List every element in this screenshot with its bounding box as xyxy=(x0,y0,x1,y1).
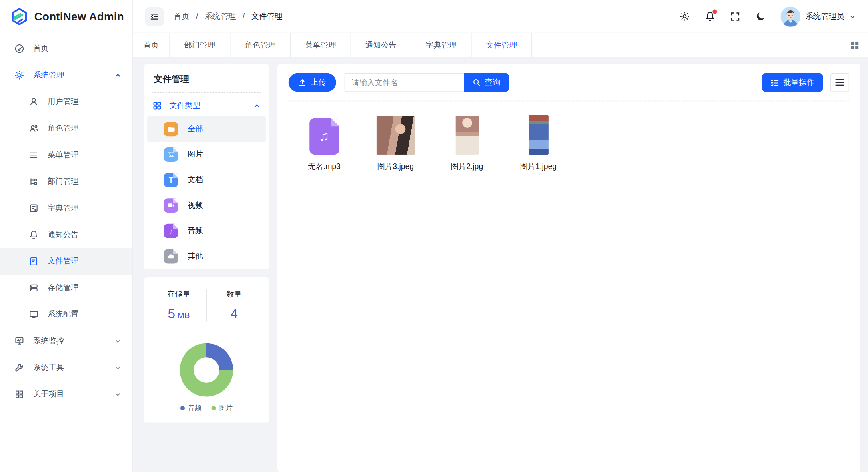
tree-icon xyxy=(29,177,39,187)
cloud-file-icon xyxy=(164,249,178,263)
tab-menus[interactable]: 菜单管理 xyxy=(291,33,351,57)
header-actions: 系统管理员 xyxy=(679,6,856,26)
app-title: ContiNew Admin xyxy=(34,10,124,23)
settings-icon[interactable] xyxy=(679,11,690,22)
divider xyxy=(289,101,849,101)
gear-icon xyxy=(14,70,24,80)
file-grid: ♫ 无名.mp3 图片3.jpeg 图片2.jpg xyxy=(289,114,849,171)
file-item-image[interactable]: 图片3.jpeg xyxy=(360,114,431,171)
apps-grid-icon xyxy=(153,101,162,110)
upload-icon xyxy=(299,78,306,86)
file-type-card: 文件管理 文件类型 全部 xyxy=(144,64,269,269)
search-input[interactable] xyxy=(344,73,464,92)
dark-mode-moon-icon[interactable] xyxy=(755,11,766,22)
image-thumbnail xyxy=(455,116,479,155)
sidebar-item-dict[interactable]: 字典管理 xyxy=(0,195,132,221)
file-item-image[interactable]: 图片1.jpeg xyxy=(503,114,574,171)
image-thumbnail xyxy=(528,115,548,155)
content-area: 文件管理 文件类型 全部 xyxy=(133,58,868,472)
search-icon xyxy=(473,78,480,86)
sidebar-item-label: 系统配置 xyxy=(48,309,78,319)
sidebar-item-storage[interactable]: 存储管理 xyxy=(0,275,132,301)
tab-notices[interactable]: 通知公告 xyxy=(351,33,411,57)
sidebar-item-about[interactable]: 关于项目 xyxy=(0,381,132,408)
file-type-image[interactable]: 图片 xyxy=(147,142,266,167)
wrench-icon xyxy=(14,363,24,373)
mp3-file-icon: ♫ xyxy=(309,118,339,155)
file-type-label: 音频 xyxy=(188,226,203,236)
sidebar-group-system[interactable]: 系统管理 xyxy=(0,62,132,88)
tab-files-active[interactable]: 文件管理 xyxy=(472,33,532,57)
image-thumbnail xyxy=(376,116,415,155)
sidebar-collapse-button[interactable] xyxy=(145,7,164,26)
sidebar-item-label: 存储管理 xyxy=(48,283,78,293)
tab-home[interactable]: 首页 xyxy=(133,33,170,57)
sidebar-item-label: 部门管理 xyxy=(48,177,78,187)
chevron-down-icon xyxy=(114,364,121,371)
breadcrumb-item[interactable]: 系统管理 xyxy=(205,11,236,21)
tab-options-grid-icon[interactable] xyxy=(842,33,868,57)
file-item-audio[interactable]: ♫ 无名.mp3 xyxy=(289,114,360,171)
monitor-chart-icon xyxy=(14,336,24,346)
file-name: 无名.mp3 xyxy=(308,162,341,172)
menu-lines-icon xyxy=(29,150,39,160)
sidebar: ContiNew Admin 首页 系统管理 xyxy=(0,0,133,472)
file-type-video[interactable]: 视频 xyxy=(147,193,266,218)
app-window: ContiNew Admin 首页 系统管理 xyxy=(0,0,868,472)
tab-departments[interactable]: 部门管理 xyxy=(170,33,231,57)
dashboard-icon xyxy=(14,44,24,54)
user-menu[interactable]: 系统管理员 xyxy=(780,6,856,26)
breadcrumb-item-current: 文件管理 xyxy=(251,11,282,21)
sidebar-item-label: 字典管理 xyxy=(48,203,78,213)
file-type-doc[interactable]: T 文档 xyxy=(147,167,266,193)
sidebar-item-label: 菜单管理 xyxy=(48,150,78,160)
file-icon xyxy=(29,256,39,266)
notification-bell-icon[interactable] xyxy=(704,11,716,22)
sidebar-item-users[interactable]: 用户管理 xyxy=(0,88,132,115)
app-logo[interactable]: ContiNew Admin xyxy=(0,0,132,33)
chevron-down-icon xyxy=(114,338,121,345)
chevron-up-icon xyxy=(114,72,121,79)
storage-donut-chart xyxy=(180,343,233,397)
sidebar-item-departments[interactable]: 部门管理 xyxy=(0,169,132,195)
breadcrumb-item[interactable]: 首页 xyxy=(174,11,189,21)
fullscreen-icon[interactable] xyxy=(730,11,741,22)
file-type-other[interactable]: 其他 xyxy=(147,244,266,269)
sidebar-item-tools[interactable]: 系统工具 xyxy=(0,354,132,381)
file-type-audio[interactable]: ♪ 音频 xyxy=(147,218,266,244)
sidebar-item-notices[interactable]: 通知公告 xyxy=(0,221,132,248)
dictionary-icon xyxy=(29,203,39,213)
sidebar-item-label: 关于项目 xyxy=(33,389,64,399)
chevron-up-icon xyxy=(254,102,261,109)
grid-icon xyxy=(14,389,24,399)
upload-button[interactable]: 上传 xyxy=(289,73,336,92)
file-type-all[interactable]: 全部 xyxy=(147,116,266,142)
list-view-toggle[interactable] xyxy=(830,73,849,92)
sidebar-item-home[interactable]: 首页 xyxy=(0,36,132,62)
stats-row: 存储量 5MB 数量 4 xyxy=(152,289,261,321)
tab-dict[interactable]: 字典管理 xyxy=(411,33,472,57)
top-header: 首页 / 系统管理 / 文件管理 xyxy=(133,0,868,33)
file-side-panel: 文件管理 文件类型 全部 xyxy=(144,64,269,472)
file-type-label: 视频 xyxy=(188,201,203,211)
sidebar-item-files[interactable]: 文件管理 xyxy=(0,248,132,275)
sidebar-item-menus[interactable]: 菜单管理 xyxy=(0,142,132,168)
count-value: 4 xyxy=(207,306,261,322)
sidebar-item-monitoring[interactable]: 系统监控 xyxy=(0,328,132,354)
query-button[interactable]: 查询 xyxy=(464,73,509,92)
sidebar-item-roles[interactable]: 角色管理 xyxy=(0,115,132,142)
search-group: 查询 xyxy=(344,73,509,92)
video-file-icon xyxy=(164,198,178,213)
file-type-tree-header[interactable]: 文件类型 xyxy=(144,93,269,116)
batch-operations-button[interactable]: 批量操作 xyxy=(762,73,823,92)
monitor-icon xyxy=(29,309,39,319)
file-type-label: 其他 xyxy=(188,251,203,261)
storage-stat: 存储量 5MB xyxy=(152,289,206,321)
panel-title: 文件管理 xyxy=(144,64,269,92)
tab-roles[interactable]: 角色管理 xyxy=(230,33,291,57)
file-item-image[interactable]: 图片2.jpg xyxy=(431,114,503,171)
sidebar-item-config[interactable]: 系统配置 xyxy=(0,301,132,328)
breadcrumb-separator: / xyxy=(196,12,198,21)
sidebar-group-label: 系统管理 xyxy=(33,70,64,80)
file-name: 图片1.jpeg xyxy=(520,162,557,172)
